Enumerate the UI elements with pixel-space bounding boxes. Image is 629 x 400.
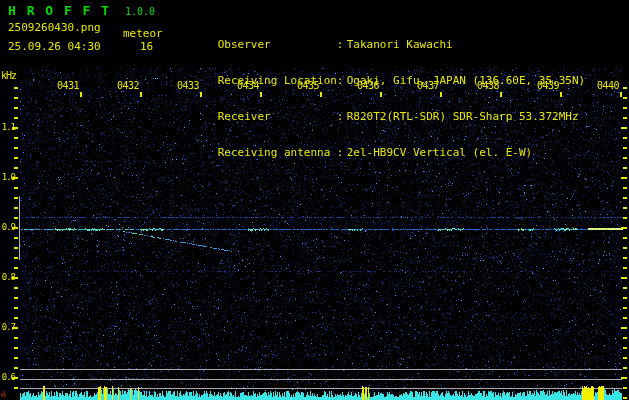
- freq-tick-label: 0.6: [0, 372, 15, 382]
- time-tick-label: 0438: [476, 80, 500, 91]
- time-tick-label: 0431: [56, 80, 80, 91]
- time-tick-label: 0440: [596, 80, 620, 91]
- field-label: Receiver: [218, 111, 337, 123]
- app-title: H R O F F T: [8, 3, 111, 18]
- freq-tick-label: 1.1: [0, 122, 15, 132]
- meteor-count: 16: [140, 40, 153, 53]
- time-tick-label: 0436: [356, 80, 380, 91]
- freq-tick-label: 0.8: [0, 272, 15, 282]
- mode-label: meteor: [123, 27, 163, 40]
- metadata-row-antenna: Receiving antenna:2el-HB9CV Vertical (el…: [178, 135, 585, 147]
- time-tick-label: 0434: [236, 80, 260, 91]
- metadata-row-observer: Observer:Takanori Kawachi: [178, 27, 585, 39]
- metadata-row-location: Receiving Location:Ogaki, Gifu, JAPAN (1…: [178, 63, 585, 75]
- time-tick-label: 0439: [536, 80, 560, 91]
- observation-datetime: 25.09.26 04:30: [8, 40, 101, 53]
- field-separator: :: [337, 147, 347, 159]
- app-version: 1.0.0: [125, 6, 155, 17]
- time-tick-label: 0435: [296, 80, 320, 91]
- metadata-row-receiver: Receiver:R820T2(RTL-SDR) SDR-Sharp 53.37…: [178, 99, 585, 111]
- field-label: Receiving antenna: [218, 147, 337, 159]
- field-value: 2el-HB9CV Vertical (el. E-W): [347, 146, 532, 159]
- freq-axis-unit: kHz: [1, 70, 16, 81]
- field-separator: :: [337, 39, 347, 51]
- time-tick-label: 0437: [416, 80, 440, 91]
- freq-tick-label: 1.0: [0, 172, 15, 182]
- output-filename: 2509260430.png: [8, 21, 101, 34]
- freq-tick-label: 0.9: [0, 222, 15, 232]
- time-tick-label: 0432: [116, 80, 140, 91]
- field-separator: :: [337, 111, 347, 123]
- time-tick-label: 0433: [176, 80, 200, 91]
- field-value: R820T2(RTL-SDR) SDR-Sharp 53.372MHz: [347, 110, 579, 123]
- field-separator: :: [337, 75, 347, 87]
- hrofft-screen: H R O F F T 1.0.0 2509260430.png meteor …: [0, 0, 629, 400]
- freq-tick-label: 0.7: [0, 322, 15, 332]
- field-label: Observer: [218, 39, 337, 51]
- field-value: Takanori Kawachi: [347, 38, 453, 51]
